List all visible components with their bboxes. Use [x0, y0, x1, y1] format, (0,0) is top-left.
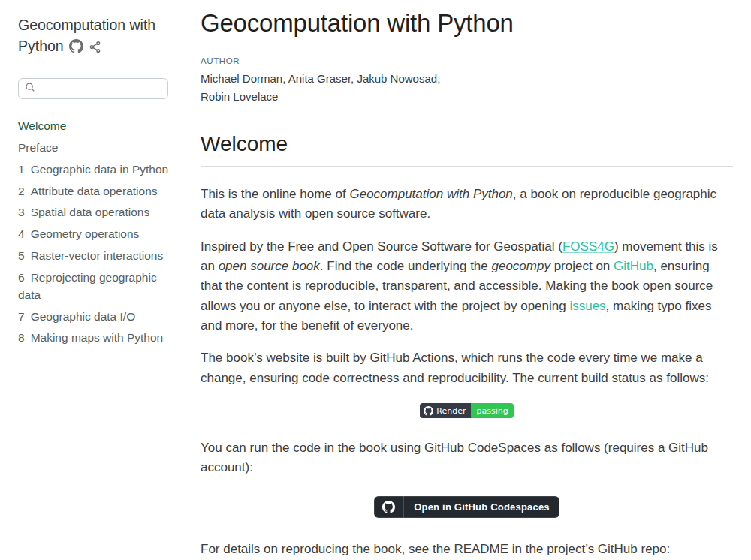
sidebar-item-making-maps-with-python[interactable]: 8Making maps with Python — [18, 329, 173, 346]
sidebar: Geocomputation with Python WelcomePrefac… — [0, 0, 192, 351]
sidebar-nav: WelcomePreface1Geographic data in Python… — [18, 117, 173, 346]
codespaces-button-row: Open in GitHub Codespaces — [201, 496, 733, 518]
search-box[interactable] — [18, 78, 168, 99]
text-segment: The book’s website is built by GitHub Ac… — [201, 351, 709, 384]
chapter-number: 8 — [18, 331, 25, 344]
sidebar-item-geometry-operations[interactable]: 4Geometry operations — [18, 225, 173, 242]
text-segment: This is the online home of — [201, 187, 349, 201]
chapter-number: 2 — [18, 185, 25, 197]
github-icon — [374, 496, 404, 518]
open-codespaces-button[interactable]: Open in GitHub Codespaces — [374, 496, 559, 518]
book-title-link[interactable]: Geocomputation with Python — [18, 17, 155, 54]
sidebar-book-title: Geocomputation with Python — [18, 15, 164, 56]
codespaces-button-label: Open in GitHub Codespaces — [404, 496, 559, 518]
sidebar-item-geographic-data-i-o[interactable]: 7Geographic data I/O — [18, 308, 173, 325]
sidebar-item-geographic-data-in-python[interactable]: 1Geographic data in Python — [18, 161, 173, 178]
github-icon[interactable] — [69, 39, 83, 53]
chapter-number: 5 — [18, 249, 25, 262]
main-content: Geocomputation with Python AUTHOR Michae… — [201, 9, 733, 560]
text-segment: For details on reproducing the book, see… — [201, 542, 670, 556]
chapter-label: Raster-vector interactions — [31, 249, 164, 262]
chapter-label: Geographic data in Python — [31, 163, 169, 176]
chapter-label: Welcome — [18, 119, 66, 132]
sidebar-item-preface[interactable]: Preface — [18, 139, 173, 156]
inline-link[interactable]: issues — [569, 299, 605, 313]
text-segment: Geocomputation with Python — [349, 187, 512, 201]
authors-line: Michael Dorman, Anita Graser, Jakub Nowo… — [201, 70, 733, 88]
chapter-label: Reprojecting geographic data — [18, 271, 157, 301]
sidebar-item-welcome[interactable]: Welcome — [18, 117, 173, 134]
chapter-number: 1 — [18, 163, 25, 176]
paragraph: The book’s website is built by GitHub Ac… — [201, 348, 733, 388]
chapter-label: Making maps with Python — [31, 331, 164, 344]
sidebar-item-reprojecting-geographic-data[interactable]: 6Reprojecting geographic data — [18, 269, 173, 304]
authors-line: Robin Lovelace — [201, 88, 733, 106]
chapter-label: Geographic data I/O — [31, 310, 136, 323]
badge-status-label: passing — [471, 403, 513, 418]
inline-link[interactable]: FOSS4G — [562, 239, 614, 254]
badge-workflow-segment: Render — [420, 403, 471, 418]
badge-workflow-label: Render — [436, 406, 466, 416]
text-segment: geocompy — [492, 259, 550, 273]
text-segment: open source book — [219, 259, 320, 273]
chapter-label: Spatial data operations — [31, 206, 150, 218]
chapter-label: Geometry operations — [31, 227, 140, 240]
sidebar-item-attribute-data-operations[interactable]: 2Attribute data operations — [18, 182, 173, 200]
text-segment: Inspired by the Free and Open Source Sof… — [201, 239, 562, 254]
inline-link[interactable]: GitHub — [614, 259, 653, 273]
authors: Michael Dorman, Anita Graser, Jakub Nowo… — [201, 70, 733, 106]
search-input[interactable] — [40, 82, 161, 95]
chapter-label: Preface — [18, 141, 58, 154]
paragraph: Inspired by the Free and Open Source Sof… — [201, 237, 733, 336]
sidebar-item-spatial-data-operations[interactable]: 3Spatial data operations — [18, 203, 173, 221]
text-segment: . Find the code underlying the — [320, 259, 492, 273]
paragraph: This is the online home of Geocomputatio… — [201, 185, 733, 224]
search-icon — [25, 82, 35, 95]
sidebar-item-raster-vector-interactions[interactable]: 5Raster-vector interactions — [18, 247, 173, 264]
paragraph: You can run the code in the book using G… — [201, 438, 733, 478]
build-badge-row: Render passing — [201, 403, 733, 419]
chapter-number: 6 — [18, 271, 25, 284]
text-segment: You can run the code in the book using G… — [201, 441, 708, 474]
share-icon[interactable] — [89, 41, 101, 53]
page-title: Geocomputation with Python — [201, 9, 733, 38]
paragraph: For details on reproducing the book, see… — [201, 540, 733, 560]
chapter-number: 3 — [18, 206, 25, 218]
author-label: AUTHOR — [201, 56, 733, 65]
chapter-number: 7 — [18, 310, 25, 323]
section-title-welcome: Welcome — [201, 132, 733, 167]
chapter-label: Attribute data operations — [31, 185, 158, 197]
chapter-number: 4 — [18, 227, 25, 240]
build-status-badge[interactable]: Render passing — [420, 403, 513, 418]
text-segment: project on — [550, 259, 614, 273]
github-icon — [424, 406, 433, 416]
